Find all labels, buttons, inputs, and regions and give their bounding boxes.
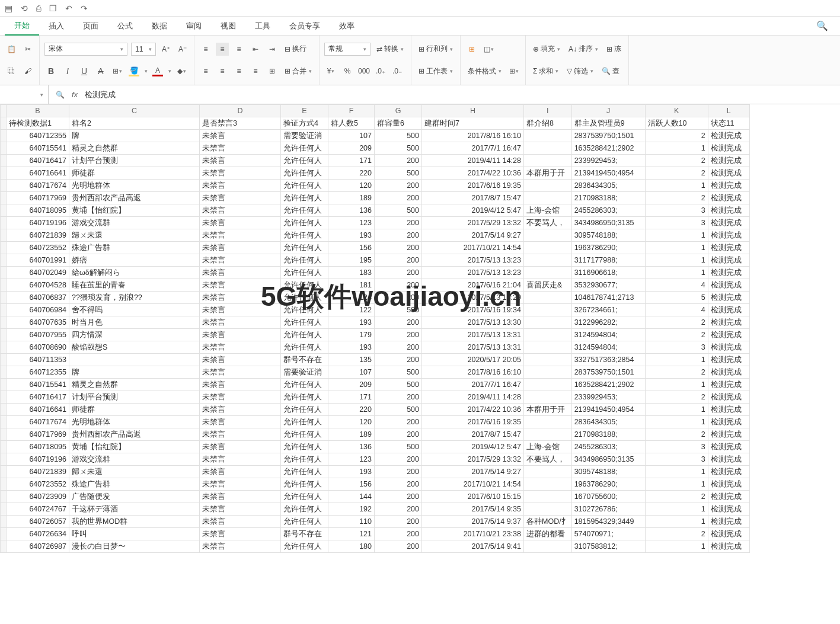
cell[interactable]: 检测完成 <box>708 130 749 142</box>
cell[interactable]: 200 <box>375 229 422 242</box>
name-box[interactable]: ▾ <box>0 85 49 104</box>
cell[interactable]: 允许任何人 <box>281 453 328 466</box>
cell[interactable]: 计划平台预测 <box>69 391 200 404</box>
cell[interactable]: 进群的都看 <box>524 528 572 540</box>
cell[interactable]: 2020/5/17 20:05 <box>422 354 524 366</box>
cell[interactable]: 640707955 <box>7 329 69 341</box>
strikethrough-button[interactable]: A <box>94 65 107 78</box>
cell[interactable]: 允许任何人 <box>281 267 328 279</box>
cell[interactable]: 193 <box>328 341 375 354</box>
cell[interactable]: 2017/6/16 19:35 <box>422 180 524 192</box>
cell[interactable] <box>524 391 572 404</box>
cell[interactable]: 未禁言 <box>200 217 281 229</box>
cell[interactable] <box>524 316 572 329</box>
cell[interactable]: 未禁言 <box>200 354 281 366</box>
redo-icon[interactable]: ↷ <box>81 4 88 13</box>
cell[interactable]: 110 <box>328 516 375 528</box>
cell[interactable]: 2017/10/21 14:54 <box>422 242 524 254</box>
cell[interactable]: 2 <box>645 329 708 341</box>
cell[interactable]: 精灵之自然群 <box>69 142 200 155</box>
cell[interactable]: 640711353 <box>7 354 69 366</box>
column-header-L[interactable]: L <box>708 105 749 117</box>
cell[interactable]: 3 <box>645 453 708 466</box>
column-header-B[interactable]: B <box>7 105 69 117</box>
cell[interactable]: 1 <box>645 503 708 516</box>
cell[interactable]: 640718095 <box>7 441 69 453</box>
cell[interactable]: 123 <box>328 217 375 229</box>
cell[interactable]: 640717969 <box>7 192 69 204</box>
cell[interactable]: 640717674 <box>7 180 69 192</box>
cell[interactable]: 检测完成 <box>708 279 749 292</box>
cell[interactable]: 2017/6/16 21:04 <box>422 279 524 292</box>
menu-tab-8[interactable]: 会员专享 <box>280 17 330 35</box>
bold-button[interactable]: B <box>44 65 58 78</box>
cell[interactable]: 检测完成 <box>708 304 749 316</box>
header-cell[interactable]: 是否禁言3 <box>200 117 281 130</box>
cell[interactable]: 未禁言 <box>200 491 281 503</box>
cell[interactable]: 2017/5/29 13:32 <box>422 453 524 466</box>
cell[interactable]: 200 <box>375 316 422 329</box>
cell[interactable]: 歸ㄨ未還 <box>69 229 200 242</box>
cell[interactable] <box>524 503 572 516</box>
column-header-J[interactable]: J <box>571 105 645 117</box>
cell[interactable]: 娇痞 <box>69 254 200 267</box>
sort-button[interactable]: A↓ 排序▾ <box>566 43 601 55</box>
cell[interactable]: 未禁言 <box>200 304 281 316</box>
cell[interactable]: 未禁言 <box>200 503 281 516</box>
cell[interactable]: 允许任何人 <box>281 279 328 292</box>
cell[interactable]: 200 <box>375 254 422 267</box>
cell[interactable]: 2 <box>645 155 708 167</box>
cell[interactable]: 2017/5/13 13:29 <box>422 292 524 304</box>
cell[interactable]: 检测完成 <box>708 267 749 279</box>
menu-tab-7[interactable]: 工具 <box>245 17 280 35</box>
cell[interactable]: 检测完成 <box>708 391 749 404</box>
font-color-button[interactable]: A <box>151 65 164 78</box>
cell[interactable]: 122 <box>328 304 375 316</box>
menu-tab-1[interactable]: 插入 <box>39 17 74 35</box>
cell[interactable]: 180 <box>328 540 375 553</box>
cell[interactable]: 2019/4/11 14:28 <box>422 391 524 404</box>
highlight-button[interactable]: ◆▾ <box>175 65 188 78</box>
cell[interactable]: 2019/4/11 14:28 <box>422 155 524 167</box>
cell[interactable]: 640726987 <box>7 540 69 553</box>
cell[interactable]: 1 <box>645 379 708 391</box>
indent-left-icon[interactable]: ⇤ <box>249 43 262 56</box>
cell[interactable]: 2 <box>645 491 708 503</box>
cell[interactable]: 允许任何人 <box>281 404 328 416</box>
cell[interactable]: 200 <box>375 516 422 528</box>
cell[interactable]: 200 <box>375 453 422 466</box>
cell[interactable]: 1815954329;3449 <box>571 516 645 528</box>
cell[interactable]: 640716417 <box>7 391 69 404</box>
cell[interactable]: 3 <box>645 341 708 354</box>
cell[interactable]: 200 <box>375 329 422 341</box>
cell[interactable]: 允许任何人 <box>281 540 328 553</box>
cell[interactable]: 2339929453; <box>571 391 645 404</box>
cell[interactable]: 2017/5/14 9:37 <box>422 516 524 528</box>
cell[interactable]: 640715541 <box>7 142 69 155</box>
cell[interactable]: 3434986950;3135 <box>571 217 645 229</box>
align-bottom-icon[interactable]: ≡ <box>232 43 245 56</box>
cell[interactable]: 1 <box>645 267 708 279</box>
cell[interactable]: 2017/6/16 19:35 <box>422 416 524 428</box>
cell[interactable]: 500 <box>375 167 422 180</box>
currency-icon[interactable]: ¥▾ <box>324 65 337 78</box>
cell[interactable]: 未禁言 <box>200 428 281 441</box>
cell[interactable]: 2017/5/14 9:35 <box>422 503 524 516</box>
cell[interactable]: 检测完成 <box>708 192 749 204</box>
cell[interactable]: 2017/6/10 15:15 <box>422 491 524 503</box>
cell[interactable]: 2 <box>645 192 708 204</box>
cell[interactable]: 3 <box>645 217 708 229</box>
cell[interactable]: 允许任何人 <box>281 167 328 180</box>
merge-button[interactable]: ⊞ 合并▾ <box>282 65 314 78</box>
cell[interactable]: 未禁言 <box>200 366 281 379</box>
cell[interactable]: 检测完成 <box>708 416 749 428</box>
cell[interactable]: 允许任何人 <box>281 379 328 391</box>
cell[interactable]: 2017/8/7 15:47 <box>422 192 524 204</box>
cell[interactable]: 200 <box>375 540 422 553</box>
fill-button[interactable]: ⊕ 填充▾ <box>531 43 563 55</box>
cell[interactable]: 未禁言 <box>200 478 281 491</box>
column-header-F[interactable]: F <box>328 105 375 117</box>
cell[interactable]: 500 <box>375 379 422 391</box>
search-icon[interactable]: 🔍 <box>816 20 835 31</box>
cell[interactable]: 640712355 <box>7 130 69 142</box>
